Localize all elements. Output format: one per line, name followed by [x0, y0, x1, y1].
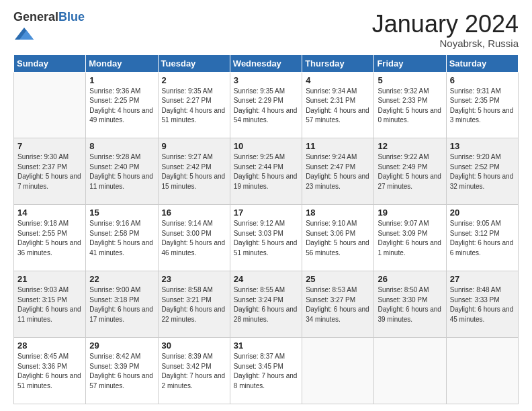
day-number: 22: [89, 274, 154, 284]
weekday-header-sunday: Sunday: [14, 54, 86, 72]
sun-info: Sunrise: 9:03 AMSunset: 3:15 PMDaylight:…: [17, 285, 82, 324]
sun-info: Sunrise: 8:39 AMSunset: 3:42 PMDaylight:…: [162, 352, 226, 391]
calendar-cell-0-3: 3Sunrise: 9:35 AMSunset: 2:29 PMDaylight…: [230, 72, 302, 138]
day-number: 11: [306, 141, 370, 151]
calendar-table: SundayMondayTuesdayWednesdayThursdayFrid…: [13, 54, 519, 404]
calendar-cell-2-3: 17Sunrise: 9:12 AMSunset: 3:03 PMDayligh…: [230, 205, 302, 271]
logo-blue-text: Blue: [58, 10, 85, 24]
day-number: 25: [306, 274, 370, 284]
sun-info: Sunrise: 9:10 AMSunset: 3:06 PMDaylight:…: [306, 219, 370, 258]
location: Noyabrsk, Russia: [372, 38, 519, 49]
weekday-header-thursday: Thursday: [302, 54, 374, 72]
sun-info: Sunrise: 9:32 AMSunset: 2:33 PMDaylight:…: [378, 87, 442, 126]
day-number: 15: [89, 208, 154, 218]
logo-general-text: General: [13, 10, 58, 24]
sun-info: Sunrise: 9:14 AMSunset: 3:00 PMDaylight:…: [162, 219, 226, 258]
weekday-header-friday: Friday: [374, 54, 446, 72]
week-row-2: 14Sunrise: 9:18 AMSunset: 2:55 PMDayligh…: [14, 205, 519, 271]
week-row-0: 1Sunrise: 9:36 AMSunset: 2:25 PMDaylight…: [14, 72, 519, 138]
title-block: January 2024 Noyabrsk, Russia: [372, 11, 519, 49]
calendar-cell-3-3: 24Sunrise: 8:55 AMSunset: 3:24 PMDayligh…: [230, 271, 302, 338]
day-number: 1: [89, 75, 154, 85]
day-number: 21: [17, 274, 82, 284]
calendar-cell-2-0: 14Sunrise: 9:18 AMSunset: 2:55 PMDayligh…: [14, 205, 86, 271]
sun-info: Sunrise: 8:50 AMSunset: 3:30 PMDaylight:…: [378, 285, 442, 324]
day-number: 23: [162, 274, 226, 284]
day-number: 2: [162, 75, 226, 85]
calendar-cell-3-0: 21Sunrise: 9:03 AMSunset: 3:15 PMDayligh…: [14, 271, 86, 338]
day-number: 13: [450, 141, 515, 151]
calendar-cell-2-4: 18Sunrise: 9:10 AMSunset: 3:06 PMDayligh…: [302, 205, 374, 271]
calendar-cell-1-1: 8Sunrise: 9:28 AMSunset: 2:40 PMDaylight…: [86, 138, 158, 205]
sun-info: Sunrise: 9:25 AMSunset: 2:44 PMDaylight:…: [234, 152, 298, 191]
weekday-header-row: SundayMondayTuesdayWednesdayThursdayFrid…: [14, 54, 519, 72]
calendar-cell-3-1: 22Sunrise: 9:00 AMSunset: 3:18 PMDayligh…: [86, 271, 158, 338]
day-number: 26: [378, 274, 442, 284]
day-number: 30: [162, 340, 226, 351]
day-number: 12: [378, 141, 442, 151]
calendar-cell-0-5: 5Sunrise: 9:32 AMSunset: 2:33 PMDaylight…: [374, 72, 446, 138]
sun-info: Sunrise: 8:58 AMSunset: 3:21 PMDaylight:…: [162, 285, 226, 324]
day-number: 29: [89, 340, 154, 351]
calendar-cell-2-1: 15Sunrise: 9:16 AMSunset: 2:58 PMDayligh…: [86, 205, 158, 271]
calendar-cell-2-5: 19Sunrise: 9:07 AMSunset: 3:09 PMDayligh…: [374, 205, 446, 271]
calendar-cell-4-3: 31Sunrise: 8:37 AMSunset: 3:45 PMDayligh…: [230, 338, 302, 404]
calendar-cell-3-5: 26Sunrise: 8:50 AMSunset: 3:30 PMDayligh…: [374, 271, 446, 338]
sun-info: Sunrise: 8:37 AMSunset: 3:45 PMDaylight:…: [234, 352, 298, 391]
weekday-header-saturday: Saturday: [446, 54, 518, 72]
day-number: 9: [162, 141, 226, 151]
calendar-cell-4-4: [302, 338, 374, 404]
day-number: 27: [450, 274, 515, 284]
day-number: 10: [234, 141, 298, 151]
calendar-cell-3-4: 25Sunrise: 8:53 AMSunset: 3:27 PMDayligh…: [302, 271, 374, 338]
sun-info: Sunrise: 8:55 AMSunset: 3:24 PMDaylight:…: [234, 285, 298, 324]
sun-info: Sunrise: 8:45 AMSunset: 3:36 PMDaylight:…: [17, 352, 82, 391]
day-number: 28: [17, 340, 82, 351]
calendar-cell-2-6: 20Sunrise: 9:05 AMSunset: 3:12 PMDayligh…: [446, 205, 518, 271]
day-number: 5: [378, 75, 442, 85]
sun-info: Sunrise: 8:53 AMSunset: 3:27 PMDaylight:…: [306, 285, 370, 324]
calendar-cell-4-5: [374, 338, 446, 404]
day-number: 4: [306, 75, 370, 85]
sun-info: Sunrise: 9:27 AMSunset: 2:42 PMDaylight:…: [162, 152, 226, 191]
calendar-cell-4-1: 29Sunrise: 8:42 AMSunset: 3:39 PMDayligh…: [86, 338, 158, 404]
calendar-cell-0-6: 6Sunrise: 9:31 AMSunset: 2:35 PMDaylight…: [446, 72, 518, 138]
day-number: 3: [234, 75, 298, 85]
calendar-cell-3-2: 23Sunrise: 8:58 AMSunset: 3:21 PMDayligh…: [158, 271, 230, 338]
sun-info: Sunrise: 9:36 AMSunset: 2:25 PMDaylight:…: [89, 87, 154, 126]
sun-info: Sunrise: 9:20 AMSunset: 2:52 PMDaylight:…: [450, 152, 515, 191]
day-number: 20: [450, 208, 515, 218]
sun-info: Sunrise: 9:18 AMSunset: 2:55 PMDaylight:…: [17, 219, 82, 258]
weekday-header-tuesday: Tuesday: [158, 54, 230, 72]
calendar-cell-4-2: 30Sunrise: 8:39 AMSunset: 3:42 PMDayligh…: [158, 338, 230, 404]
sun-info: Sunrise: 9:12 AMSunset: 3:03 PMDaylight:…: [234, 219, 298, 258]
logo-icon: [15, 24, 34, 43]
day-number: 8: [89, 141, 154, 151]
sun-info: Sunrise: 9:00 AMSunset: 3:18 PMDaylight:…: [89, 285, 154, 324]
sun-info: Sunrise: 9:35 AMSunset: 2:27 PMDaylight:…: [162, 87, 226, 126]
calendar-cell-1-6: 13Sunrise: 9:20 AMSunset: 2:52 PMDayligh…: [446, 138, 518, 205]
weekday-header-monday: Monday: [86, 54, 158, 72]
calendar-cell-1-5: 12Sunrise: 9:22 AMSunset: 2:49 PMDayligh…: [374, 138, 446, 205]
calendar-cell-2-2: 16Sunrise: 9:14 AMSunset: 3:00 PMDayligh…: [158, 205, 230, 271]
sun-info: Sunrise: 9:22 AMSunset: 2:49 PMDaylight:…: [378, 152, 442, 191]
sun-info: Sunrise: 9:28 AMSunset: 2:40 PMDaylight:…: [89, 152, 154, 191]
calendar-cell-0-4: 4Sunrise: 9:34 AMSunset: 2:31 PMDaylight…: [302, 72, 374, 138]
sun-info: Sunrise: 9:35 AMSunset: 2:29 PMDaylight:…: [234, 87, 298, 126]
day-number: 31: [234, 340, 298, 351]
sun-info: Sunrise: 9:05 AMSunset: 3:12 PMDaylight:…: [450, 219, 515, 258]
calendar-cell-0-1: 1Sunrise: 9:36 AMSunset: 2:25 PMDaylight…: [86, 72, 158, 138]
sun-info: Sunrise: 9:30 AMSunset: 2:37 PMDaylight:…: [17, 152, 82, 191]
calendar-cell-1-3: 10Sunrise: 9:25 AMSunset: 2:44 PMDayligh…: [230, 138, 302, 205]
calendar-cell-4-0: 28Sunrise: 8:45 AMSunset: 3:36 PMDayligh…: [14, 338, 86, 404]
sun-info: Sunrise: 9:16 AMSunset: 2:58 PMDaylight:…: [89, 219, 154, 258]
sun-info: Sunrise: 9:31 AMSunset: 2:35 PMDaylight:…: [450, 87, 515, 126]
weekday-header-wednesday: Wednesday: [230, 54, 302, 72]
day-number: 24: [234, 274, 298, 284]
week-row-4: 28Sunrise: 8:45 AMSunset: 3:36 PMDayligh…: [14, 338, 519, 404]
day-number: 7: [17, 141, 82, 151]
calendar-cell-1-2: 9Sunrise: 9:27 AMSunset: 2:42 PMDaylight…: [158, 138, 230, 205]
sun-info: Sunrise: 9:34 AMSunset: 2:31 PMDaylight:…: [306, 87, 370, 126]
day-number: 6: [450, 75, 515, 85]
sun-info: Sunrise: 8:42 AMSunset: 3:39 PMDaylight:…: [89, 352, 154, 391]
